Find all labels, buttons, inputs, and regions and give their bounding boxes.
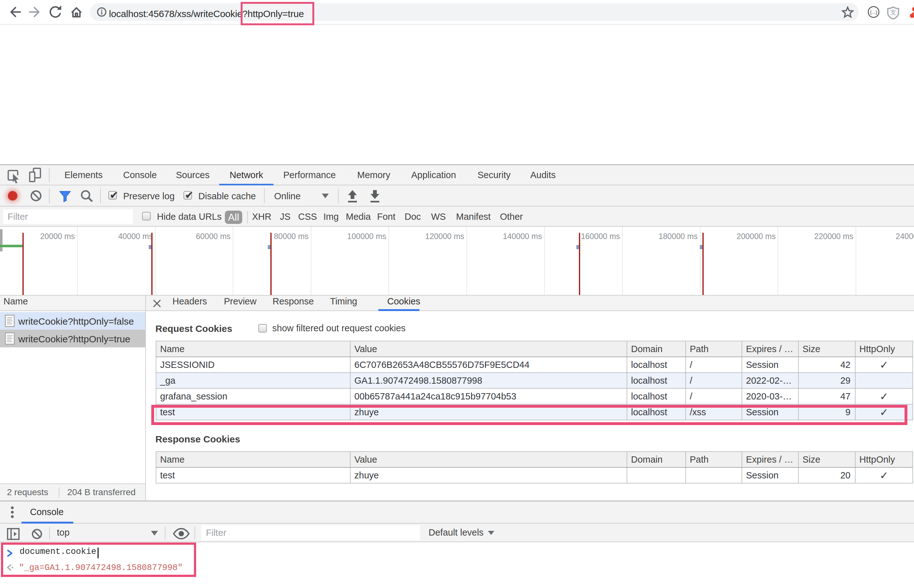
svg-text:{...}: {...} (870, 10, 877, 15)
svg-text:支: 支 (890, 9, 896, 16)
